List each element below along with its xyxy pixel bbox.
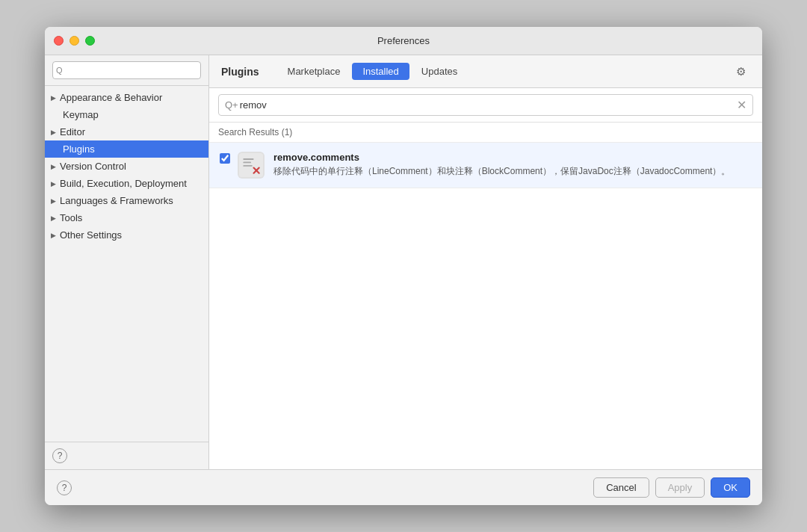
maximize-button[interactable] xyxy=(85,36,95,46)
tab-marketplace[interactable]: Marketplace xyxy=(277,63,351,80)
plugin-description: 移除代码中的单行注释（LineComment）和块注释（BlockComment… xyxy=(273,165,752,178)
sidebar-items-list: ▶ Appearance & Behavior Keymap ▶ Editor … xyxy=(45,86,208,442)
sidebar-search-input[interactable] xyxy=(52,61,201,79)
arrow-icon: ▶ xyxy=(51,94,56,102)
sidebar-item-label: Build, Execution, Deployment xyxy=(60,178,187,189)
sidebar-item-label: Keymap xyxy=(63,109,99,120)
tab-updates[interactable]: Updates xyxy=(411,63,468,80)
sidebar-item-appearance[interactable]: ▶ Appearance & Behavior xyxy=(45,89,208,106)
arrow-icon: ▶ xyxy=(51,129,56,136)
sidebar-item-tools[interactable]: ▶ Tools xyxy=(45,209,208,226)
cancel-button[interactable]: Cancel xyxy=(593,477,649,498)
search-prefix-icon: Q+ xyxy=(225,99,238,111)
sidebar-item-version-control[interactable]: ▶ Version Control xyxy=(45,158,208,175)
plugin-search-input[interactable] xyxy=(240,99,734,111)
svg-rect-1 xyxy=(243,158,253,160)
svg-rect-2 xyxy=(243,162,251,164)
gear-icon: ⚙ xyxy=(736,65,746,78)
plugin-name: remove.comments xyxy=(273,152,752,163)
apply-button[interactable]: Apply xyxy=(655,477,705,498)
sidebar-item-languages[interactable]: ▶ Languages & Frameworks xyxy=(45,192,208,209)
footer-help-button[interactable]: ? xyxy=(57,480,72,495)
sidebar-item-other[interactable]: ▶ Other Settings xyxy=(45,226,208,244)
arrow-icon: ▶ xyxy=(51,163,56,170)
sidebar-item-keymap[interactable]: Keymap xyxy=(45,106,208,123)
plugin-info: remove.comments 移除代码中的单行注释（LineComment）和… xyxy=(273,152,752,178)
search-results-info: Search Results (1) xyxy=(209,123,762,143)
sidebar-item-label: Tools xyxy=(60,212,82,223)
tab-installed[interactable]: Installed xyxy=(352,63,409,80)
sidebar-item-label: Plugins xyxy=(63,143,95,155)
main-header: Plugins Marketplace Installed Updates ⚙ xyxy=(209,55,762,88)
close-button[interactable] xyxy=(54,36,64,46)
footer-left: ? xyxy=(57,480,587,495)
sidebar-item-label: Version Control xyxy=(60,161,126,172)
preferences-window: Preferences Q ▶ Appearance & Behavior Ke… xyxy=(45,27,762,505)
arrow-icon: ▶ xyxy=(51,197,56,205)
plugin-logo-svg xyxy=(239,153,263,177)
ok-button[interactable]: OK xyxy=(711,477,750,498)
plugin-search-inner: Q+ ✕ xyxy=(218,94,753,116)
sidebar-search-area: Q xyxy=(45,55,208,86)
sidebar-search-icon: Q xyxy=(56,66,63,75)
main-header-title: Plugins xyxy=(221,66,259,78)
arrow-icon: ▶ xyxy=(51,214,56,222)
help-button[interactable]: ? xyxy=(52,448,67,463)
sidebar-footer: ? xyxy=(45,442,208,469)
window-controls xyxy=(54,36,95,46)
content-area: Q ▶ Appearance & Behavior Keymap ▶ Edito… xyxy=(45,55,762,469)
sidebar-item-build[interactable]: ▶ Build, Execution, Deployment xyxy=(45,175,208,192)
plugin-item-remove-comments[interactable]: remove.comments 移除代码中的单行注释（LineComment）和… xyxy=(209,143,762,188)
plugin-icon xyxy=(238,152,265,179)
footer-help-icon: ? xyxy=(62,483,67,493)
titlebar: Preferences xyxy=(45,27,762,55)
plugin-list: remove.comments 移除代码中的单行注释（LineComment）和… xyxy=(209,143,762,469)
sidebar-item-label: Editor xyxy=(60,126,85,137)
plugin-search-bar: Q+ ✕ xyxy=(209,88,762,123)
search-clear-button[interactable]: ✕ xyxy=(737,98,746,112)
sidebar-item-label: Appearance & Behavior xyxy=(60,92,162,103)
arrow-icon: ▶ xyxy=(51,232,56,239)
sidebar-item-label: Other Settings xyxy=(60,229,122,241)
sidebar-item-label: Languages & Frameworks xyxy=(60,195,173,206)
sidebar-search-wrap: Q xyxy=(52,61,201,79)
plugin-checkbox[interactable] xyxy=(220,153,230,164)
svg-rect-3 xyxy=(243,165,252,167)
settings-gear-button[interactable]: ⚙ xyxy=(731,62,750,81)
arrow-icon: ▶ xyxy=(51,180,56,188)
minimize-button[interactable] xyxy=(69,36,79,46)
tabs-container: Marketplace Installed Updates xyxy=(277,63,731,80)
footer: ? Cancel Apply OK xyxy=(45,469,762,505)
sidebar-item-plugins[interactable]: Plugins xyxy=(45,140,208,158)
help-icon: ? xyxy=(58,451,63,461)
window-title: Preferences xyxy=(377,35,430,46)
sidebar: Q ▶ Appearance & Behavior Keymap ▶ Edito… xyxy=(45,55,209,469)
main-panel: Plugins Marketplace Installed Updates ⚙ … xyxy=(209,55,762,469)
sidebar-item-editor[interactable]: ▶ Editor xyxy=(45,123,208,140)
